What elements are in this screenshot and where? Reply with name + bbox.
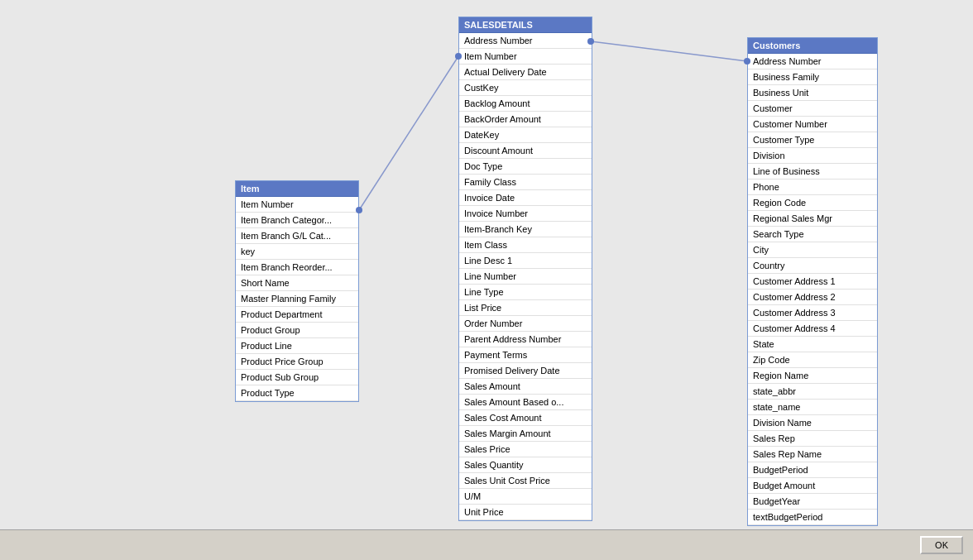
sd-field-27[interactable]: Sales Quantity bbox=[459, 457, 592, 473]
item-field-4[interactable]: Item Branch Reorder... bbox=[236, 260, 358, 275]
salesdetails-table-header: SALESDETAILS bbox=[459, 17, 592, 33]
item-table: Item Item Number Item Branch Categor... … bbox=[235, 180, 359, 402]
cust-field-8[interactable]: Phone bbox=[748, 179, 877, 195]
item-field-10[interactable]: Product Price Group bbox=[236, 354, 358, 370]
cust-field-3[interactable]: Customer bbox=[748, 101, 877, 117]
cust-field-18[interactable]: State bbox=[748, 337, 877, 352]
item-table-header: Item bbox=[236, 181, 358, 197]
sd-field-22[interactable]: Sales Amount bbox=[459, 379, 592, 395]
cust-field-24[interactable]: Sales Rep bbox=[748, 431, 877, 447]
sd-field-24[interactable]: Sales Cost Amount bbox=[459, 410, 592, 426]
item-field-1[interactable]: Item Branch Categor... bbox=[236, 213, 358, 228]
cust-field-29[interactable]: textBudgetPeriod bbox=[748, 510, 877, 525]
bottom-bar: OK bbox=[0, 529, 973, 560]
cust-field-5[interactable]: Customer Type bbox=[748, 132, 877, 148]
item-field-2[interactable]: Item Branch G/L Cat... bbox=[236, 228, 358, 244]
sd-field-12[interactable]: Item-Branch Key bbox=[459, 222, 592, 237]
diagram-area: Item Item Number Item Branch Categor... … bbox=[0, 0, 973, 529]
sd-field-1[interactable]: Item Number bbox=[459, 49, 592, 65]
customers-table-header: Customers bbox=[748, 38, 877, 54]
sd-field-0[interactable]: Address Number bbox=[459, 33, 592, 49]
sd-field-20[interactable]: Payment Terms bbox=[459, 347, 592, 363]
cust-field-21[interactable]: state_abbr bbox=[748, 384, 877, 400]
sd-field-10[interactable]: Invoice Date bbox=[459, 190, 592, 206]
sd-field-29[interactable]: U/M bbox=[459, 489, 592, 505]
sd-field-25[interactable]: Sales Margin Amount bbox=[459, 426, 592, 442]
cust-field-1[interactable]: Business Family bbox=[748, 69, 877, 85]
cust-field-19[interactable]: Zip Code bbox=[748, 352, 877, 368]
cust-field-26[interactable]: BudgetPeriod bbox=[748, 462, 877, 478]
cust-field-22[interactable]: state_name bbox=[748, 400, 877, 415]
sd-field-26[interactable]: Sales Price bbox=[459, 442, 592, 457]
sd-field-11[interactable]: Invoice Number bbox=[459, 206, 592, 222]
cust-field-28[interactable]: BudgetYear bbox=[748, 494, 877, 510]
cust-field-20[interactable]: Region Name bbox=[748, 368, 877, 384]
item-field-8[interactable]: Product Group bbox=[236, 323, 358, 338]
sd-field-19[interactable]: Parent Address Number bbox=[459, 332, 592, 347]
sd-field-8[interactable]: Doc Type bbox=[459, 159, 592, 175]
item-field-7[interactable]: Product Department bbox=[236, 307, 358, 323]
cust-field-4[interactable]: Customer Number bbox=[748, 117, 877, 132]
sd-field-7[interactable]: Discount Amount bbox=[459, 143, 592, 159]
sd-field-14[interactable]: Line Desc 1 bbox=[459, 253, 592, 269]
cust-field-7[interactable]: Line of Business bbox=[748, 164, 877, 179]
cust-field-14[interactable]: Customer Address 1 bbox=[748, 274, 877, 290]
sd-field-16[interactable]: Line Type bbox=[459, 285, 592, 300]
sd-field-30[interactable]: Unit Price bbox=[459, 505, 592, 520]
cust-field-6[interactable]: Division bbox=[748, 148, 877, 164]
item-field-0[interactable]: Item Number bbox=[236, 197, 358, 213]
item-field-11[interactable]: Product Sub Group bbox=[236, 370, 358, 385]
sd-field-4[interactable]: Backlog Amount bbox=[459, 96, 592, 112]
svg-line-1 bbox=[591, 41, 747, 61]
sd-field-21[interactable]: Promised Delivery Date bbox=[459, 363, 592, 379]
cust-field-13[interactable]: Country bbox=[748, 258, 877, 274]
sd-field-9[interactable]: Family Class bbox=[459, 175, 592, 190]
cust-field-2[interactable]: Business Unit bbox=[748, 85, 877, 101]
ok-button[interactable]: OK bbox=[920, 536, 963, 554]
cust-field-27[interactable]: Budget Amount bbox=[748, 478, 877, 494]
sd-field-28[interactable]: Sales Unit Cost Price bbox=[459, 473, 592, 489]
cust-field-15[interactable]: Customer Address 2 bbox=[748, 290, 877, 305]
sd-field-13[interactable]: Item Class bbox=[459, 237, 592, 253]
item-field-5[interactable]: Short Name bbox=[236, 275, 358, 291]
sd-field-6[interactable]: DateKey bbox=[459, 127, 592, 143]
sd-field-23[interactable]: Sales Amount Based o... bbox=[459, 395, 592, 410]
cust-field-12[interactable]: City bbox=[748, 242, 877, 258]
item-field-3[interactable]: key bbox=[236, 244, 358, 260]
sd-field-5[interactable]: BackOrder Amount bbox=[459, 112, 592, 127]
cust-field-25[interactable]: Sales Rep Name bbox=[748, 447, 877, 462]
sd-field-18[interactable]: Order Number bbox=[459, 316, 592, 332]
sd-field-17[interactable]: List Price bbox=[459, 300, 592, 316]
cust-field-11[interactable]: Search Type bbox=[748, 227, 877, 242]
cust-field-0[interactable]: Address Number bbox=[748, 54, 877, 69]
cust-field-17[interactable]: Customer Address 4 bbox=[748, 321, 877, 337]
cust-field-10[interactable]: Regional Sales Mgr bbox=[748, 211, 877, 227]
svg-line-0 bbox=[359, 56, 458, 210]
item-field-9[interactable]: Product Line bbox=[236, 338, 358, 354]
item-field-12[interactable]: Product Type bbox=[236, 385, 358, 401]
cust-field-9[interactable]: Region Code bbox=[748, 195, 877, 211]
customers-table: Customers Address Number Business Family… bbox=[747, 37, 878, 526]
cust-field-23[interactable]: Division Name bbox=[748, 415, 877, 431]
cust-field-16[interactable]: Customer Address 3 bbox=[748, 305, 877, 321]
sd-field-3[interactable]: CustKey bbox=[459, 80, 592, 96]
sd-field-15[interactable]: Line Number bbox=[459, 269, 592, 285]
item-field-6[interactable]: Master Planning Family bbox=[236, 291, 358, 307]
salesdetails-table: SALESDETAILS Address Number Item Number … bbox=[458, 17, 592, 521]
sd-field-2[interactable]: Actual Delivery Date bbox=[459, 65, 592, 80]
